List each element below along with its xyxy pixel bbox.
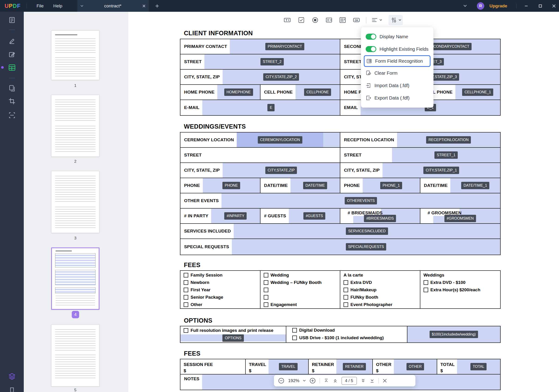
field-name-tag[interactable]: #GUESTS <box>303 212 325 220</box>
highlight-fields-toggle[interactable] <box>366 46 376 52</box>
checkbox[interactable] <box>184 302 188 307</box>
options-field[interactable]: OPTIONS <box>180 334 286 341</box>
alignment-tool[interactable] <box>371 15 382 25</box>
total-field[interactable]: TOTAL <box>457 359 500 374</box>
close-button[interactable] <box>549 0 559 12</box>
button-tool[interactable]: OK <box>351 15 362 25</box>
field-name-tag[interactable]: TRAVEL <box>279 363 298 370</box>
page-thumbnail-1[interactable] <box>51 30 99 80</box>
list-box-tool[interactable] <box>337 15 348 25</box>
field-name-tag[interactable]: PHONE_1 <box>380 182 402 189</box>
checkbox[interactable] <box>264 302 268 307</box>
checkbox[interactable] <box>184 288 188 292</box>
maximize-button[interactable] <box>535 0 545 12</box>
field-name-tag[interactable]: E <box>267 104 275 111</box>
checkbox[interactable] <box>292 328 297 332</box>
page-thumbnail-2[interactable] <box>51 95 99 157</box>
document-tab[interactable]: contract* <box>77 0 149 12</box>
phone-field[interactable]: PHONE <box>203 178 260 193</box>
city-state-zip-field[interactable]: CITY,STATE,ZIP_1 <box>382 163 500 178</box>
field-name-tag[interactable]: STREET_1 <box>434 151 458 159</box>
menu-item-import-data[interactable]: Import Data (.fdf) <box>361 79 433 92</box>
field-name-tag[interactable]: RECEPTIONLOCATION <box>426 136 471 143</box>
street-field[interactable]: STREET_1 <box>392 148 500 162</box>
sidebar-item-edit[interactable] <box>8 50 16 59</box>
menu-item-highlight-existing-fields[interactable]: Highlight Existing Fields <box>361 43 433 55</box>
reception-location-field[interactable]: RECEPTIONLOCATION <box>397 133 500 147</box>
sidebar-item-prepare-form[interactable] <box>8 63 16 72</box>
previous-page-button[interactable] <box>332 378 338 383</box>
retainer-field[interactable]: RETAINER <box>336 359 372 374</box>
field-name-tag[interactable]: CELLPHONE_1 <box>462 89 493 96</box>
checkbox[interactable] <box>424 288 428 292</box>
page-number-input[interactable]: 4 / 5 <box>341 377 357 385</box>
sidebar-item-layers[interactable] <box>8 372 16 381</box>
tab-list-button[interactable] <box>461 0 469 12</box>
special-requests-field[interactable]: SPECIALREQUESTS <box>232 239 500 255</box>
account-avatar[interactable]: R <box>477 0 484 12</box>
primary-contact-field[interactable]: PRIMARYCONTACT <box>230 39 340 54</box>
checkbox[interactable] <box>184 328 188 333</box>
dropdown-field-tool[interactable] <box>324 15 334 25</box>
checkbox[interactable] <box>344 288 348 292</box>
sidebar-item-reader[interactable] <box>8 15 16 24</box>
field-name-tag[interactable]: SERVICESINCLUDED <box>346 227 388 235</box>
checkbox[interactable] <box>344 295 348 300</box>
field-name-tag[interactable]: OTHEREVENTS <box>345 197 377 205</box>
scroll-to-bottom-button[interactable] <box>369 378 375 383</box>
street-field[interactable]: STREET_2 <box>205 54 340 69</box>
field-name-tag[interactable]: STREET_2 <box>261 58 284 65</box>
city-state-zip-field[interactable]: CITY,STATE,ZIP_2 <box>223 70 340 84</box>
checkbox[interactable] <box>264 288 268 292</box>
email-field[interactable]: E <box>202 100 340 115</box>
date-time-field[interactable]: DATE/TIME <box>290 178 340 193</box>
field-name-tag[interactable]: CEREMONYLOCATION <box>258 136 302 143</box>
field-name-tag[interactable]: CELLPHONE <box>304 89 331 96</box>
page-thumbnail-4[interactable] <box>51 248 99 310</box>
checkbox[interactable] <box>264 273 268 277</box>
new-tab-button[interactable] <box>153 0 161 12</box>
close-toolbar-button[interactable] <box>382 378 387 383</box>
upgrade-button[interactable]: Upgrade <box>487 0 509 12</box>
zoom-out-button[interactable] <box>278 377 285 384</box>
field-name-tag[interactable]: $100(1includedw/wedding) <box>429 331 478 338</box>
phone-field[interactable]: PHONE_1 <box>363 178 420 193</box>
checkbox[interactable] <box>264 280 268 285</box>
tab-close-icon[interactable] <box>142 4 146 8</box>
field-name-tag[interactable]: OPTIONS <box>222 334 244 342</box>
page-thumbnail-3[interactable] <box>51 171 99 233</box>
checkbox[interactable] <box>292 336 297 340</box>
field-name-tag[interactable]: #BRIDESMAIDS <box>364 215 396 222</box>
field-name-tag[interactable]: #GROOMSMEN <box>444 215 476 222</box>
text-field-tool[interactable]: T <box>282 15 292 25</box>
checkbox-tool[interactable] <box>296 15 306 25</box>
field-name-tag[interactable]: RETAINER <box>343 363 366 370</box>
other-fee-field[interactable]: OTHER <box>394 359 437 374</box>
next-page-button[interactable] <box>360 378 366 383</box>
field-name-tag[interactable]: TOTAL <box>470 363 486 370</box>
checkbox[interactable] <box>344 280 348 285</box>
checkbox[interactable] <box>264 295 268 300</box>
page-thumbnail-5[interactable] <box>51 324 99 386</box>
ceremony-location-field[interactable]: CEREMONYLOCATION <box>237 133 340 147</box>
in-party-field[interactable]: #INPARTY <box>211 209 260 223</box>
menu-help[interactable]: Help <box>53 3 62 9</box>
sidebar-item-bookmark[interactable] <box>8 386 16 392</box>
menu-item-display-name[interactable]: Display Name <box>361 30 433 43</box>
field-name-tag[interactable]: HOMEPHONE <box>224 89 253 96</box>
checkbox[interactable] <box>184 280 188 285</box>
field-name-tag[interactable]: CITY,STATE,ZIP_1 <box>423 167 459 174</box>
field-name-tag[interactable]: OTHER <box>407 363 424 370</box>
display-name-toggle[interactable] <box>366 34 376 40</box>
services-included-field[interactable]: SERVICESINCLUDED <box>234 224 500 239</box>
date-time-field[interactable]: DATE/TIME_1 <box>450 178 500 193</box>
city-state-zip-field[interactable]: CITY,STATE,ZIP <box>223 163 340 178</box>
checkbox[interactable] <box>184 273 188 277</box>
travel-field[interactable]: TRAVEL <box>269 359 308 374</box>
other-events-field[interactable]: OTHEREVENTS <box>222 193 500 208</box>
checkbox[interactable] <box>184 295 188 300</box>
field-name-tag[interactable]: CITY,STATE,ZIP <box>265 167 297 174</box>
minimize-button[interactable] <box>521 0 531 12</box>
menu-file[interactable]: File <box>37 3 44 9</box>
field-name-tag[interactable]: #INPARTY <box>224 212 247 220</box>
